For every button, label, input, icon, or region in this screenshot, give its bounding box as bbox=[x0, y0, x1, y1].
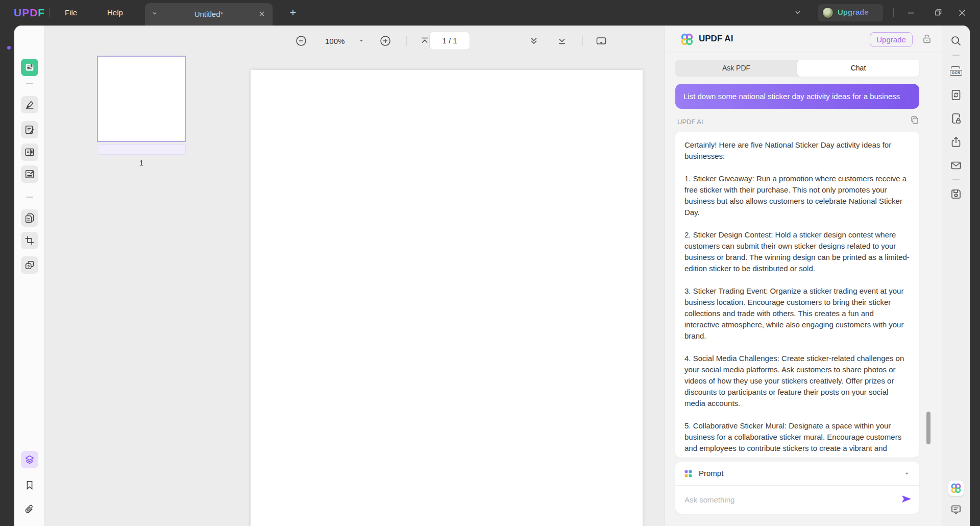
sidebar-item-layers[interactable] bbox=[21, 451, 38, 468]
workspace: 1 100% 1 / 1 bbox=[45, 26, 665, 526]
logo-letter: P bbox=[22, 7, 30, 19]
ai-panel-title: UPDF AI bbox=[699, 34, 733, 44]
copy-icon[interactable] bbox=[910, 115, 919, 125]
pages-icon bbox=[24, 212, 35, 224]
upgrade-label[interactable]: Upgrade bbox=[838, 8, 869, 16]
menu-help[interactable]: Help bbox=[100, 0, 130, 26]
tab-title: Untitled* bbox=[145, 3, 273, 26]
ai-dock-button[interactable] bbox=[948, 481, 964, 496]
save-icon[interactable] bbox=[950, 188, 962, 200]
panel-scrollbar[interactable] bbox=[926, 412, 930, 444]
response-paragraph: 2. Sticker Design Contest: Hold a sticke… bbox=[684, 229, 910, 274]
organize-pages-icon bbox=[24, 147, 35, 158]
sidebar-item-organize-pages[interactable] bbox=[21, 144, 38, 161]
ocr-label: OCR bbox=[950, 70, 962, 76]
ai-upgrade-button[interactable]: Upgrade bbox=[870, 32, 913, 47]
menu-file[interactable]: File bbox=[58, 0, 84, 26]
assistant-label: UPDF AI bbox=[677, 118, 703, 126]
titlebar-divider bbox=[49, 8, 50, 17]
sidebar-item-fill-sign[interactable] bbox=[21, 165, 38, 183]
pdf-canvas-page[interactable] bbox=[251, 70, 643, 526]
close-window-button[interactable] bbox=[957, 8, 967, 17]
toolbar-divider bbox=[406, 36, 407, 46]
toolbar-divider bbox=[582, 36, 583, 46]
zoom-in-button[interactable] bbox=[379, 32, 391, 50]
new-tab-button[interactable]: + bbox=[286, 6, 300, 20]
email-icon[interactable] bbox=[950, 159, 962, 172]
sidebar-item-crop[interactable] bbox=[21, 232, 38, 249]
lock-icon bbox=[922, 34, 933, 45]
prompt-card: Prompt bbox=[675, 462, 919, 514]
restore-button[interactable] bbox=[932, 8, 942, 17]
titlebar-divider bbox=[893, 8, 894, 17]
response-paragraph: 4. Social Media Challenges: Create stick… bbox=[684, 353, 910, 409]
tab-close-icon[interactable] bbox=[258, 10, 266, 18]
updf-app-window: UPDF File Help Untitled* + Upgrade bbox=[0, 0, 980, 526]
page-thumbnail-selection-strip bbox=[97, 144, 186, 155]
comment-bubble-icon[interactable] bbox=[950, 504, 962, 516]
app-shell: 1 100% 1 / 1 bbox=[0, 26, 980, 526]
reader-book-icon bbox=[24, 62, 35, 73]
strip-divider bbox=[952, 55, 960, 56]
titlebar: UPDF File Help Untitled* + Upgrade bbox=[0, 0, 980, 26]
layers-icon bbox=[24, 454, 35, 465]
share-icon[interactable] bbox=[950, 136, 962, 148]
avatar[interactable] bbox=[822, 7, 834, 18]
convert-icon[interactable] bbox=[950, 89, 962, 101]
response-paragraph: 3. Sticker Trading Event: Organize a sti… bbox=[684, 285, 910, 342]
prompt-selector[interactable]: Prompt bbox=[675, 462, 919, 486]
sidebar-item-bookmark[interactable] bbox=[21, 476, 38, 494]
fill-sign-icon bbox=[24, 169, 35, 180]
logo-letter: D bbox=[30, 7, 38, 19]
right-tool-strip: OCR bbox=[942, 26, 970, 526]
sidebar-item-attachment[interactable] bbox=[21, 501, 38, 518]
titlebar-chevron-down-icon[interactable] bbox=[794, 9, 801, 16]
document-tab[interactable]: Untitled* bbox=[145, 3, 273, 26]
tab-chat[interactable]: Chat bbox=[797, 60, 919, 77]
zoom-level: 100% bbox=[325, 32, 345, 50]
search-icon[interactable] bbox=[950, 35, 962, 47]
protect-icon[interactable] bbox=[950, 112, 962, 125]
next-page-button[interactable] bbox=[528, 32, 540, 50]
sidebar-item-edit-pdf[interactable] bbox=[21, 121, 38, 138]
prompt-dots-icon bbox=[684, 469, 693, 478]
watermark-stickers-icon bbox=[24, 259, 35, 271]
strip-divider bbox=[952, 179, 960, 180]
zoom-dropdown-icon[interactable] bbox=[359, 32, 364, 50]
tab-ask-pdf[interactable]: Ask PDF bbox=[675, 60, 797, 77]
prompt-label: Prompt bbox=[699, 469, 723, 477]
bookmark-icon bbox=[24, 480, 35, 491]
presentation-mode-button[interactable] bbox=[595, 32, 607, 50]
ask-something-input[interactable] bbox=[684, 491, 889, 508]
sidebar-item-pages[interactable] bbox=[21, 209, 38, 227]
crop-icon bbox=[24, 235, 35, 246]
notification-dot bbox=[7, 46, 11, 50]
prompt-caret-icon[interactable] bbox=[904, 471, 910, 476]
response-paragraph: Certainly! Here are five National Sticke… bbox=[684, 139, 910, 162]
ai-mode-tabs: Ask PDF Chat bbox=[675, 60, 919, 77]
thumbnail-page-number: 1 bbox=[97, 158, 186, 167]
response-paragraph: 5. Collaborative Sticker Mural: Designat… bbox=[684, 420, 910, 454]
page-thumbnail[interactable] bbox=[97, 56, 186, 142]
logo-letter: U bbox=[14, 7, 22, 19]
first-page-button[interactable] bbox=[419, 32, 430, 50]
page-indicator-input[interactable]: 1 / 1 bbox=[429, 32, 470, 50]
edit-document-icon bbox=[24, 124, 35, 135]
updf-ai-logo-icon bbox=[680, 33, 694, 46]
last-page-button[interactable] bbox=[556, 32, 568, 50]
sidebar-divider bbox=[26, 83, 33, 84]
logo-letter: F bbox=[38, 7, 45, 19]
paperclip-icon bbox=[24, 504, 35, 515]
minimize-button[interactable] bbox=[906, 8, 916, 17]
send-icon[interactable] bbox=[901, 493, 912, 505]
sidebar-divider bbox=[26, 197, 33, 198]
sidebar-item-comment[interactable] bbox=[21, 96, 38, 113]
ai-response-card: Certainly! Here are five National Sticke… bbox=[675, 132, 919, 458]
left-tool-sidebar bbox=[14, 26, 45, 526]
zoom-out-button[interactable] bbox=[295, 32, 307, 50]
ocr-icon[interactable]: OCR bbox=[950, 66, 962, 79]
account-upgrade-button[interactable]: Upgrade bbox=[818, 4, 883, 21]
updf-logo: UPDF bbox=[14, 7, 45, 19]
sidebar-item-reader[interactable] bbox=[21, 59, 38, 76]
sidebar-item-watermark[interactable] bbox=[21, 256, 38, 274]
